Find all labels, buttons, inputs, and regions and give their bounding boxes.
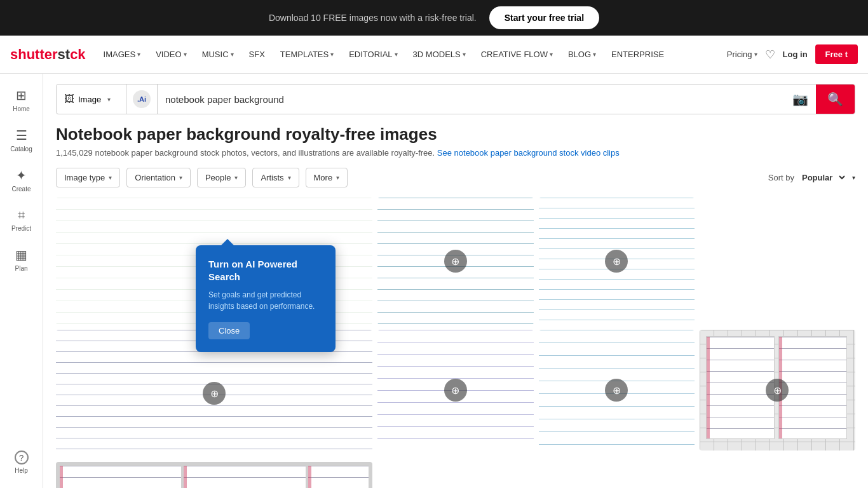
- free-button[interactable]: Free t: [815, 44, 858, 64]
- filter-orientation[interactable]: Orientation ▾: [126, 168, 191, 187]
- favorites-icon[interactable]: ♡: [765, 48, 775, 62]
- ai-tooltip-title: Turn on AI Powered Search: [208, 258, 323, 283]
- sidebar: ⊞ Home ☰ Catalog ✦ Create ⌗ Predict ▦ Pl…: [0, 74, 43, 488]
- filter-more[interactable]: More ▾: [306, 168, 348, 187]
- image-cell-6[interactable]: ⊕: [539, 330, 695, 451]
- ai-search-toggle[interactable]: .Ai: [126, 85, 158, 114]
- sidebar-item-plan[interactable]: ▦ Plan: [0, 241, 43, 278]
- zoom-button-5[interactable]: ⊕: [444, 379, 467, 402]
- search-type-dropdown[interactable]: 🖼 Image ▾: [57, 85, 126, 114]
- banner-text: Download 10 FREE images now with a risk-…: [269, 13, 477, 23]
- nav-templates[interactable]: TEMPLATES ▾: [275, 47, 339, 62]
- nav-enterprise[interactable]: ENTERPRISE: [606, 47, 669, 62]
- ai-tooltip-close-button[interactable]: Close: [208, 322, 250, 339]
- trial-button[interactable]: Start your free trial: [489, 6, 599, 29]
- image-type-icon: 🖼: [64, 93, 74, 105]
- home-icon: ⊞: [16, 88, 27, 103]
- nav-templates-arrow: ▾: [330, 51, 334, 58]
- sidebar-item-catalog[interactable]: ☰ Catalog: [0, 121, 43, 159]
- sidebar-item-home[interactable]: ⊞ Home: [0, 81, 43, 119]
- page-subtitle: 1,145,029 notebook paper background stoc…: [56, 148, 855, 158]
- nav-music-arrow: ▾: [231, 51, 234, 58]
- logo-text: shutterstck: [10, 46, 86, 63]
- page-title: Notebook paper background royalty-free i…: [56, 125, 855, 144]
- catalog-icon: ☰: [16, 128, 27, 143]
- image-cell-3[interactable]: ⊕: [539, 198, 695, 325]
- nav-3d-arrow: ▾: [463, 51, 466, 58]
- filter-image-type[interactable]: Image type ▾: [56, 168, 120, 187]
- zoom-button-7[interactable]: ⊕: [766, 379, 789, 402]
- header-right: Pricing ▾ ♡ Log in Free t: [727, 44, 858, 64]
- search-input[interactable]: [158, 94, 785, 105]
- filter-orientation-arrow: ▾: [179, 174, 182, 181]
- nav-creative-flow-arrow: ▾: [550, 51, 553, 58]
- zoom-button-6[interactable]: ⊕: [605, 379, 628, 402]
- filter-artists[interactable]: Artists ▾: [252, 168, 299, 187]
- nav-creative-flow[interactable]: CREATIVE FLOW ▾: [476, 47, 558, 62]
- nav-blog-arrow: ▾: [593, 51, 596, 58]
- nav-video[interactable]: VIDEO ▾: [151, 47, 191, 62]
- search-bar: 🖼 Image ▾ .Ai 📷 🔍: [56, 84, 855, 114]
- image-cell-8[interactable]: ⊕: [56, 462, 372, 488]
- pricing-arrow: ▾: [754, 51, 757, 58]
- sort-arrow: ▾: [852, 174, 855, 181]
- filter-people[interactable]: People ▾: [197, 168, 246, 187]
- ai-tooltip: Turn on AI Powered Search Set goals and …: [196, 245, 336, 352]
- content-area: 🖼 Image ▾ .Ai 📷 🔍 Notebook paper backgro…: [43, 74, 868, 488]
- zoom-button-4[interactable]: ⊕: [203, 382, 226, 405]
- filter-people-arrow: ▾: [234, 174, 238, 181]
- image-cell-5[interactable]: ⊕: [377, 330, 533, 451]
- nav-sfx[interactable]: SFX: [244, 47, 270, 62]
- nav-music[interactable]: MUSIC ▾: [197, 47, 239, 62]
- ai-tooltip-body: Set goals and get predicted insights bas…: [208, 289, 323, 312]
- nav-editorial[interactable]: EDITORIAL ▾: [344, 47, 402, 62]
- nav-blog[interactable]: BLOG ▾: [563, 47, 601, 62]
- nav-editorial-arrow: ▾: [395, 51, 398, 58]
- main-layout: ⊞ Home ☰ Catalog ✦ Create ⌗ Predict ▦ Pl…: [0, 74, 868, 488]
- nav-images-arrow: ▾: [137, 51, 140, 58]
- nav-video-arrow: ▾: [184, 51, 187, 58]
- login-button[interactable]: Log in: [783, 50, 808, 59]
- create-icon: ✦: [16, 168, 27, 183]
- sidebar-item-create[interactable]: ✦ Create: [0, 161, 43, 199]
- filter-image-type-arrow: ▾: [109, 174, 112, 181]
- type-arrow: ▾: [107, 96, 111, 103]
- filter-more-arrow: ▾: [336, 174, 339, 181]
- logo[interactable]: shutterstck: [10, 46, 86, 63]
- sort-select[interactable]: Popular Newest Relevant: [799, 172, 847, 183]
- image-grid: ⊕ ⊕ ⊕ ⊕ ⊕: [56, 198, 855, 488]
- top-banner: Download 10 FREE images now with a risk-…: [0, 0, 868, 36]
- help-icon: ?: [15, 451, 29, 464]
- image-8-preview: [56, 462, 372, 488]
- sidebar-item-predict[interactable]: ⌗ Predict: [0, 201, 43, 238]
- pricing-button[interactable]: Pricing ▾: [727, 50, 757, 59]
- video-clips-link[interactable]: See notebook paper background stock vide…: [437, 148, 620, 158]
- header: shutterstck IMAGES ▾ VIDEO ▾ MUSIC ▾ SFX…: [0, 36, 868, 74]
- zoom-button-2[interactable]: ⊕: [444, 250, 467, 273]
- sidebar-item-help[interactable]: ? Help: [0, 444, 43, 480]
- nav-images[interactable]: IMAGES ▾: [98, 47, 146, 62]
- zoom-button-3[interactable]: ⊕: [605, 250, 628, 273]
- camera-search-button[interactable]: 📷: [785, 92, 816, 107]
- plan-icon: ▦: [15, 247, 27, 262]
- content-wrapper: Notebook paper background royalty-free i…: [56, 125, 855, 488]
- nav-3d-models[interactable]: 3D MODELS ▾: [408, 47, 471, 62]
- predict-icon: ⌗: [18, 208, 25, 222]
- search-icon: 🔍: [827, 92, 843, 107]
- sort-section: Sort by Popular Newest Relevant ▾: [768, 172, 855, 183]
- filter-artists-arrow: ▾: [288, 174, 291, 181]
- ai-icon: .Ai: [133, 90, 151, 108]
- search-button[interactable]: 🔍: [816, 85, 855, 114]
- filters-row: Image type ▾ Orientation ▾ People ▾ Arti…: [56, 168, 855, 187]
- image-cell-2[interactable]: ⊕: [377, 198, 533, 325]
- image-cell-7[interactable]: ⊕: [700, 330, 855, 451]
